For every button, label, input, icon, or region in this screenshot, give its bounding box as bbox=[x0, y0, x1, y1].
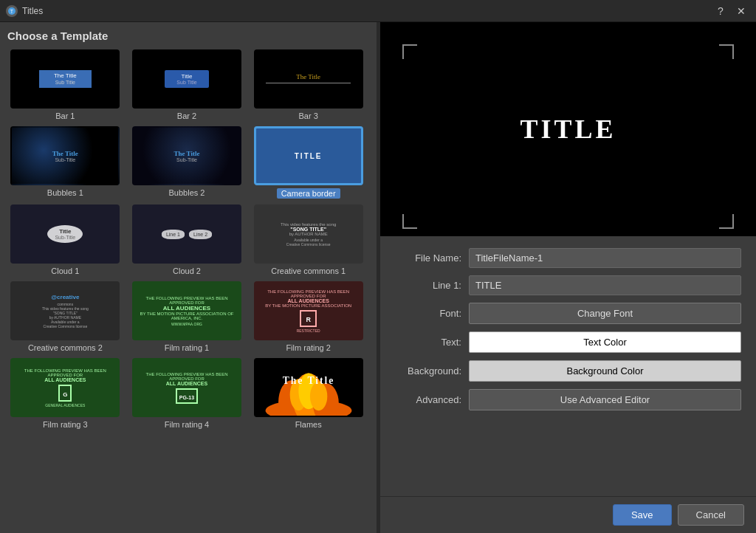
template-thumb-cloud1: Title Sub-Title bbox=[10, 204, 120, 264]
template-label-creative1: Creative commons 1 bbox=[271, 266, 346, 275]
preview-area: TITLE bbox=[380, 22, 756, 236]
template-label-bubbles2: Bubbles 2 bbox=[169, 188, 205, 197]
template-label-film3: Film rating 3 bbox=[43, 420, 88, 429]
template-label-camera: Camera border bbox=[277, 188, 340, 199]
titlebar-left: T Titles bbox=[6, 5, 43, 17]
template-item-bar1[interactable]: The Title Sub Title Bar 1 bbox=[7, 49, 123, 120]
window-title: Titles bbox=[22, 6, 43, 16]
template-label-bar1: Bar 1 bbox=[55, 111, 75, 120]
advanced-editor-button[interactable]: Use Advanced Editor bbox=[469, 389, 741, 410]
template-item-film4[interactable]: THE FOLLOWING PREVIEW HAS BEEN APPROVED … bbox=[129, 358, 245, 429]
bottom-bar: Save Cancel bbox=[380, 496, 756, 533]
template-thumb-cloud2: Line 1 Line 2 bbox=[132, 204, 241, 264]
change-font-button[interactable]: Change Font bbox=[469, 303, 741, 324]
template-grid-container[interactable]: The Title Sub Title Bar 1 Title Sub Titl… bbox=[7, 49, 369, 526]
template-label-flames: Flames bbox=[295, 420, 322, 429]
template-item-bar2[interactable]: Title Sub Title Bar 2 bbox=[129, 49, 245, 120]
template-label-film1: Film rating 1 bbox=[165, 343, 210, 352]
right-panel: TITLE File Name: Line 1: Font: Change Fo… bbox=[379, 22, 756, 533]
form-area: File Name: Line 1: Font: Change Font Tex… bbox=[380, 236, 756, 496]
left-panel: Choose a Template The Title Sub Title Ba… bbox=[0, 22, 377, 533]
template-item-flames[interactable]: The Title Flames bbox=[250, 358, 366, 429]
panel-heading: Choose a Template bbox=[7, 30, 369, 42]
advanced-label: Advanced: bbox=[395, 394, 461, 405]
template-item-cloud1[interactable]: Title Sub-Title Cloud 1 bbox=[7, 204, 123, 275]
file-name-input[interactable] bbox=[469, 248, 741, 268]
titlebar: T Titles ? ✕ bbox=[0, 0, 756, 22]
template-item-bubbles2[interactable]: The Title Sub-Title Bubbles 2 bbox=[129, 126, 245, 199]
preview-corner-bl bbox=[402, 214, 417, 229]
line1-input[interactable] bbox=[469, 275, 741, 295]
preview-corner-tl bbox=[402, 44, 417, 59]
file-name-row: File Name: bbox=[395, 248, 741, 268]
template-item-creative1[interactable]: This video features the song "SONG TITLE… bbox=[250, 204, 366, 275]
template-label-cloud2: Cloud 2 bbox=[173, 266, 201, 275]
template-thumb-film2: THE FOLLOWING PREVIEW HAS BEEN APPROVED … bbox=[254, 281, 363, 340]
template-item-bar3[interactable]: The Title Bar 3 bbox=[250, 49, 366, 120]
template-thumb-bar2: Title Sub Title bbox=[132, 49, 241, 109]
template-item-film3[interactable]: THE FOLLOWING PREVIEW HAS BEEN APPROVED … bbox=[7, 358, 123, 429]
text-color-button[interactable]: Text Color bbox=[469, 331, 741, 353]
template-thumb-creative1: This video features the song "SONG TITLE… bbox=[254, 204, 363, 264]
bg-color-label: Background: bbox=[395, 365, 461, 376]
file-name-label: File Name: bbox=[395, 252, 461, 264]
template-item-film2[interactable]: THE FOLLOWING PREVIEW HAS BEEN APPROVED … bbox=[250, 281, 366, 352]
line1-row: Line 1: bbox=[395, 275, 741, 295]
advanced-row: Advanced: Use Advanced Editor bbox=[395, 389, 741, 410]
font-label: Font: bbox=[395, 308, 461, 319]
template-thumb-bubbles1: The Title Sub-Title bbox=[10, 126, 120, 185]
preview-title: TITLE bbox=[520, 114, 616, 145]
svg-text:T: T bbox=[10, 9, 14, 14]
template-thumb-film3: THE FOLLOWING PREVIEW HAS BEEN APPROVED … bbox=[10, 358, 120, 417]
template-label-bubbles1: Bubbles 1 bbox=[47, 188, 83, 197]
template-item-bubbles1[interactable]: The Title Sub-Title Bubbles 1 bbox=[7, 126, 123, 199]
template-label-film4: Film rating 4 bbox=[165, 420, 210, 429]
line1-label: Line 1: bbox=[395, 280, 461, 291]
template-thumb-film4: THE FOLLOWING PREVIEW HAS BEEN APPROVED … bbox=[132, 358, 241, 417]
template-thumb-bar1: The Title Sub Title bbox=[10, 49, 120, 109]
close-button[interactable]: ✕ bbox=[732, 2, 750, 20]
template-label-film2: Film rating 2 bbox=[286, 343, 331, 352]
template-label-creative2: Creative commons 2 bbox=[28, 343, 103, 352]
svg-text:The Title: The Title bbox=[282, 375, 334, 386]
template-item-camera[interactable]: TITLE Camera border bbox=[250, 126, 366, 199]
preview-corner-tr bbox=[719, 44, 734, 59]
template-item-cloud2[interactable]: Line 1 Line 2 Cloud 2 bbox=[129, 204, 245, 275]
template-thumb-creative2: @creative commonsThis video features the… bbox=[10, 281, 120, 340]
text-color-label: Text: bbox=[395, 337, 461, 348]
help-button[interactable]: ? bbox=[712, 2, 729, 20]
template-thumb-flames: The Title bbox=[254, 358, 363, 417]
cancel-button[interactable]: Cancel bbox=[678, 504, 744, 526]
template-thumb-bubbles2: The Title Sub-Title bbox=[132, 126, 241, 185]
text-color-row: Text: Text Color bbox=[395, 331, 741, 353]
window-controls: ? ✕ bbox=[712, 2, 750, 20]
bg-color-row: Background: Background Color bbox=[395, 360, 741, 382]
template-thumb-bar3: The Title bbox=[254, 49, 363, 109]
template-label-bar3: Bar 3 bbox=[299, 111, 318, 120]
main-content: Choose a Template The Title Sub Title Ba… bbox=[0, 22, 756, 533]
bg-color-button[interactable]: Background Color bbox=[469, 360, 741, 382]
template-item-film1[interactable]: THE FOLLOWING PREVIEW HAS BEEN APPROVED … bbox=[129, 281, 245, 352]
save-button[interactable]: Save bbox=[613, 504, 672, 526]
font-row: Font: Change Font bbox=[395, 303, 741, 324]
preview-corner-br bbox=[719, 214, 734, 229]
template-label-bar2: Bar 2 bbox=[177, 111, 196, 120]
template-thumb-film1: THE FOLLOWING PREVIEW HAS BEEN APPROVED … bbox=[132, 281, 241, 340]
template-label-cloud1: Cloud 1 bbox=[51, 266, 79, 275]
template-thumb-camera: TITLE bbox=[254, 126, 363, 185]
template-grid: The Title Sub Title Bar 1 Title Sub Titl… bbox=[7, 49, 369, 429]
template-item-creative2[interactable]: @creative commonsThis video features the… bbox=[7, 281, 123, 352]
app-icon: T bbox=[6, 5, 18, 17]
